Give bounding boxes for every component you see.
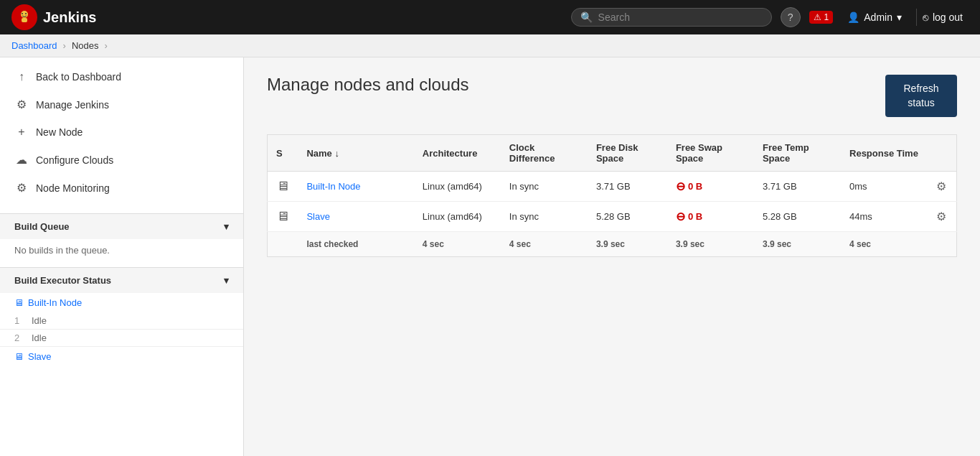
sidebar-nav: ↑ Back to Dashboard ⚙ Manage Jenkins + N…	[0, 57, 243, 208]
computer-icon-slave: 🖥	[276, 209, 289, 223]
swap-warning-builtin: ⊖ 0 B	[676, 180, 745, 193]
node-gear-icon-builtin[interactable]: ⚙	[936, 180, 946, 192]
nodes-table-header-row: S Name ↓ Architecture Clock Difference F…	[268, 135, 957, 172]
col-header-actions	[928, 135, 956, 172]
build-queue-empty: No builds in the queue.	[14, 245, 110, 256]
node-swap-slave: ⊖ 0 B	[667, 202, 754, 232]
breadcrumb: Dashboard › Nodes ›	[0, 34, 980, 57]
breadcrumb-sep-2: ›	[105, 40, 108, 51]
executor-num-2: 2	[14, 332, 26, 343]
sidebar-item-back-to-dashboard[interactable]: ↑ Back to Dashboard	[0, 63, 243, 90]
svg-point-2	[25, 13, 27, 14]
node-name-builtin: Built-In Node	[298, 172, 413, 202]
col-header-temp: Free Temp Space	[754, 135, 841, 172]
page-title: Manage nodes and clouds	[267, 75, 469, 95]
table-row: 🖥 Slave Linux (amd64) In sync 5.28 GB ⊖ …	[268, 202, 957, 232]
gear-nav-icon: ⚙	[14, 98, 29, 111]
node-clock-slave: In sync	[501, 202, 588, 232]
col-header-disk: Free Disk Space	[588, 135, 667, 172]
logout-icon: ⎋	[923, 11, 928, 23]
executor-node-slave-link[interactable]: 🖥 Slave	[0, 347, 243, 366]
alert-badge[interactable]: ⚠ 1	[809, 11, 834, 24]
breadcrumb-sep-1: ›	[63, 40, 66, 51]
main-layout: ↑ Back to Dashboard ⚙ Manage Jenkins + N…	[0, 57, 980, 456]
breadcrumb-dashboard[interactable]: Dashboard	[11, 40, 57, 51]
build-executor-collapse-icon: ▾	[224, 275, 229, 286]
node-swap-builtin: ⊖ 0 B	[667, 172, 754, 202]
jenkins-logo-icon	[11, 4, 37, 30]
user-chevron-icon: ▾	[897, 11, 902, 23]
build-executor-section: Build Executor Status ▾ 🖥 Built-In Node …	[0, 267, 243, 366]
plus-icon: +	[14, 126, 29, 139]
help-button[interactable]: ?	[781, 7, 801, 27]
last-checked-response: 4 sec	[841, 232, 928, 257]
build-executor-header[interactable]: Build Executor Status ▾	[0, 268, 243, 293]
node-response-slave: 44ms	[841, 202, 928, 232]
last-checked-label-empty	[268, 232, 298, 257]
executor-node-builtin-link[interactable]: 🖥 Built-In Node	[0, 293, 243, 312]
table-row: 🖥 Built-In Node Linux (amd64) In sync 3.…	[268, 172, 957, 202]
sidebar-item-configure-clouds[interactable]: ☁ Configure Clouds	[0, 146, 243, 174]
node-actions-slave: ⚙	[928, 202, 956, 232]
build-queue-content: No builds in the queue.	[0, 239, 243, 261]
sidebar-item-manage-jenkins[interactable]: ⚙ Manage Jenkins	[0, 90, 243, 118]
nodes-table: S Name ↓ Architecture Clock Difference F…	[267, 134, 957, 257]
col-header-s: S	[268, 135, 298, 172]
sidebar-label-back: Back to Dashboard	[36, 71, 121, 83]
node-link-builtin[interactable]: Built-In Node	[306, 181, 360, 192]
breadcrumb-nodes: Nodes	[72, 40, 99, 51]
sidebar-label-monitoring: Node Monitoring	[36, 182, 110, 194]
jenkins-logo-link[interactable]: Jenkins	[11, 4, 96, 30]
node-temp-builtin: 3.71 GB	[754, 172, 841, 202]
node-status-builtin: 🖥	[268, 172, 298, 202]
node-status-slave: 🖥	[268, 202, 298, 232]
user-icon: 👤	[847, 11, 859, 23]
user-label: Admin	[864, 11, 892, 23]
jenkins-title: Jenkins	[43, 9, 96, 26]
build-queue-header[interactable]: Build Queue ▾	[0, 214, 243, 239]
cloud-icon: ☁	[14, 153, 29, 167]
sidebar-item-new-node[interactable]: + New Node	[0, 118, 243, 146]
last-checked-label: last checked	[298, 232, 413, 257]
last-checked-temp: 3.9 sec	[754, 232, 841, 257]
executor-node-builtin-label: Built-In Node	[28, 297, 82, 308]
content-header: Manage nodes and clouds Refreshstatus	[267, 75, 957, 117]
executor-status-1: Idle	[32, 315, 47, 326]
refresh-status-button[interactable]: Refreshstatus	[885, 75, 957, 117]
node-link-slave[interactable]: Slave	[306, 211, 330, 222]
monitor-slave-icon: 🖥	[14, 351, 24, 362]
sidebar: ↑ Back to Dashboard ⚙ Manage Jenkins + N…	[0, 57, 244, 456]
sidebar-label-clouds: Configure Clouds	[36, 154, 113, 166]
warning-icon-slave: ⊖	[676, 210, 685, 223]
swap-warning-slave: ⊖ 0 B	[676, 210, 745, 223]
build-queue-title: Build Queue	[14, 221, 70, 232]
search-bar: 🔍	[571, 8, 772, 27]
nodes-table-head: S Name ↓ Architecture Clock Difference F…	[268, 135, 957, 172]
node-temp-slave: 5.28 GB	[754, 202, 841, 232]
build-executor-title: Build Executor Status	[14, 275, 111, 286]
node-name-slave: Slave	[298, 202, 413, 232]
executor-row-2: 2 Idle	[0, 330, 243, 347]
col-header-arch: Architecture	[414, 135, 501, 172]
last-checked-actions	[928, 232, 956, 257]
alert-icon-symbol: ⚠	[814, 12, 821, 22]
last-checked-arch: 4 sec	[414, 232, 501, 257]
col-header-response: Response Time	[841, 135, 928, 172]
logout-button[interactable]: ⎋ log out	[916, 9, 969, 26]
alert-count: 1	[824, 12, 829, 22]
sidebar-item-node-monitoring[interactable]: ⚙ Node Monitoring	[0, 174, 243, 202]
node-arch-builtin: Linux (amd64)	[414, 172, 501, 202]
logout-label: log out	[933, 11, 963, 23]
node-gear-icon-slave[interactable]: ⚙	[936, 210, 946, 223]
user-menu[interactable]: 👤 Admin ▾	[842, 9, 908, 26]
executor-node-slave-label: Slave	[28, 351, 52, 362]
sidebar-label-new-node: New Node	[36, 126, 83, 138]
executor-status-2: Idle	[32, 332, 47, 343]
node-actions-builtin: ⚙	[928, 172, 956, 202]
node-clock-builtin: In sync	[501, 172, 588, 202]
search-input[interactable]	[598, 11, 742, 23]
build-queue-section: Build Queue ▾ No builds in the queue.	[0, 213, 243, 261]
main-content: Manage nodes and clouds Refreshstatus S …	[244, 57, 980, 456]
monitor-icon: ⚙	[14, 181, 29, 195]
sidebar-label-manage: Manage Jenkins	[36, 99, 109, 111]
